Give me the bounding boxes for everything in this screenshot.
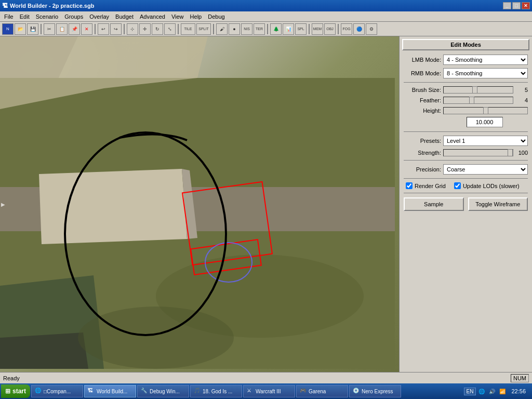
tray-speaker: 🔊	[487, 389, 497, 394]
title-bar-left: 🏗 World Builder - 2p practice.sgb	[2, 3, 94, 9]
toolbar-redo[interactable]: ↪	[110, 23, 122, 35]
toggle-wireframe-button[interactable]: Toggle Wireframe	[468, 197, 528, 211]
button-row: Sample Toggle Wireframe	[400, 195, 532, 213]
toolbar-scale[interactable]: ⤡	[164, 23, 176, 35]
divider-2	[404, 131, 528, 132]
toolbar-rotate[interactable]: ↻	[152, 23, 163, 35]
taskbar-label-nero: Nero Express	[362, 389, 393, 394]
start-label: start	[12, 388, 26, 395]
toolbar-t10[interactable]: MEM	[312, 23, 323, 35]
sample-button[interactable]: Sample	[404, 197, 464, 211]
toolbar-t9[interactable]: SPL	[295, 23, 307, 35]
toolbar-t1[interactable]: TILE	[181, 23, 195, 35]
minimize-button[interactable]: _	[503, 2, 511, 9]
taskbar-right: EN 🌐 🔊 📶 22:56	[462, 388, 531, 395]
toolbar-undo[interactable]: ↩	[98, 23, 109, 35]
taskbar-icon-warcraft: ⚔	[247, 388, 254, 395]
taskbar-label-compan: □Compan...	[44, 389, 71, 394]
feather-slider[interactable]	[443, 97, 513, 104]
height-input[interactable]	[467, 117, 503, 127]
precision-row: Precision: Coarse Fine Very Fine	[400, 163, 532, 176]
toolbar-t7[interactable]: 🌲	[270, 23, 282, 35]
feather-container: 4	[443, 97, 528, 104]
brush-size-row: Brush Size: 5	[400, 85, 532, 95]
strength-slider[interactable]	[443, 149, 513, 156]
taskbar: ⊞ start 🌐 □Compan... 🏗 World Build... 🔧 …	[0, 383, 532, 399]
menu-view[interactable]: View	[168, 12, 187, 21]
toolbar-new[interactable]: N	[2, 23, 14, 35]
toolbar-copy[interactable]: 📋	[56, 23, 68, 35]
divider-4	[404, 178, 528, 179]
num-lock-indicator: NUM	[511, 374, 529, 382]
window-title: World Builder - 2p practice.sgb	[10, 3, 94, 9]
taskbar-label-music: 18. God Is ...	[203, 389, 232, 394]
toolbar-cut[interactable]: ✂	[44, 23, 55, 35]
title-bar: 🏗 World Builder - 2p practice.sgb _ □ ✕	[0, 0, 532, 11]
status-text: Ready	[3, 375, 511, 381]
menu-advanced[interactable]: Advanced	[137, 12, 168, 21]
toolbar-open[interactable]: 📂	[15, 23, 26, 35]
menu-help[interactable]: Help	[187, 12, 205, 21]
viewport[interactable]: ▶	[0, 36, 399, 372]
taskbar-item-nero[interactable]: 💿 Nero Express	[349, 385, 401, 397]
divider-3	[404, 160, 528, 161]
toolbar-t11[interactable]: OBJ	[324, 23, 336, 35]
toolbar-sep-8	[338, 24, 339, 34]
toolbar-t5[interactable]: NIS	[241, 23, 252, 35]
precision-select[interactable]: Coarse Fine Very Fine	[443, 164, 528, 175]
taskbar-item-debug[interactable]: 🔧 Debug Win...	[137, 385, 189, 397]
taskbar-label-warcraft: Warcraft III	[256, 389, 281, 394]
toolbar-sep-1	[41, 24, 42, 34]
menu-file[interactable]: File	[1, 12, 17, 21]
toolbar-sep-6	[267, 24, 268, 34]
taskbar-item-warcraft[interactable]: ⚔ Warcraft III	[243, 385, 295, 397]
presets-select[interactable]: Level 1 Level 2 Level 3	[443, 136, 528, 146]
toolbar-t6[interactable]: TER	[254, 23, 265, 35]
maximize-button[interactable]: □	[512, 2, 521, 9]
lmb-mode-select[interactable]: 1 - Raise 2 - Lower 3 - Plateau 4 - Smoo…	[443, 55, 528, 65]
toolbar-t13[interactable]: ⚙	[366, 23, 377, 35]
update-lods-checkbox[interactable]	[454, 182, 461, 189]
toolbar-delete[interactable]: ✕	[81, 23, 92, 35]
height-slider-container	[443, 107, 528, 114]
toolbar-save[interactable]: 💾	[27, 23, 38, 35]
menu-debug[interactable]: Debug	[205, 12, 228, 21]
toolbar-t3[interactable]: 🖌	[216, 23, 228, 35]
menu-overlay[interactable]: Overlay	[86, 12, 112, 21]
toolbar-select[interactable]: ⊹	[127, 23, 138, 35]
toolbar-t4[interactable]: ●	[229, 23, 240, 35]
rmb-mode-select[interactable]: 1 - Raise 2 - Lower 3 - Plateau 4 - Smoo…	[443, 68, 528, 78]
right-panel: Edit Modes LMB Mode: 1 - Raise 2 - Lower…	[399, 36, 532, 372]
taskbar-label-garena: Garena	[309, 389, 326, 394]
toolbar-sep-4	[178, 24, 179, 34]
start-button[interactable]: ⊞ start	[1, 384, 30, 398]
left-edge-indicator: ▶	[1, 202, 5, 207]
brush-size-value: 5	[515, 87, 528, 93]
height-input-row	[400, 116, 532, 129]
start-icon: ⊞	[5, 388, 10, 395]
toolbar-t2[interactable]: SPLIT	[196, 23, 211, 35]
toolbar-fog[interactable]: FOG	[341, 23, 352, 35]
feather-row: Feather: 4	[400, 95, 532, 105]
close-button[interactable]: ✕	[522, 2, 530, 9]
taskbar-item-compan[interactable]: 🌐 □Compan...	[31, 385, 83, 397]
feather-label: Feather:	[404, 97, 441, 103]
brush-size-slider[interactable]	[443, 86, 513, 94]
height-slider[interactable]	[443, 107, 528, 114]
menu-groups[interactable]: Groups	[61, 12, 86, 21]
taskbar-icon-music: 🎵	[194, 388, 201, 395]
language-indicator[interactable]: EN	[464, 388, 476, 395]
toolbar-t12[interactable]: 🔵	[353, 23, 365, 35]
toolbar-paste[interactable]: 📌	[69, 23, 80, 35]
taskbar-item-worldbuild[interactable]: 🏗 World Build...	[84, 385, 136, 397]
menu-budget[interactable]: Budget	[112, 12, 137, 21]
menu-scenario[interactable]: Scenario	[33, 12, 61, 21]
render-grid-checkbox[interactable]	[406, 182, 413, 189]
toolbar-move[interactable]: ✛	[139, 23, 151, 35]
taskbar-item-music[interactable]: 🎵 18. God Is ...	[190, 385, 242, 397]
menu-edit[interactable]: Edit	[17, 12, 33, 21]
taskbar-icon-garena: 🎮	[300, 388, 307, 395]
render-grid-item: Render Grid	[406, 182, 446, 189]
toolbar-t8[interactable]: 📊	[283, 23, 294, 35]
taskbar-item-garena[interactable]: 🎮 Garena	[296, 385, 348, 397]
